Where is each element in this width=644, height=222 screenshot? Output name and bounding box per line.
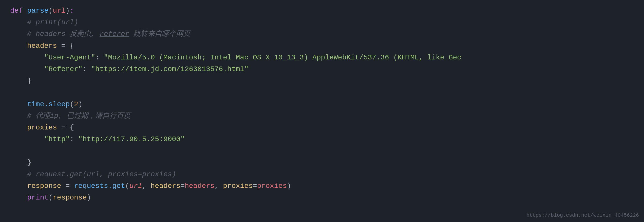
comment-rest: 跳转来自哪个网页: [129, 30, 190, 38]
code-line-15: # request.get(url, proxies=proxies): [10, 169, 634, 180]
val-http: "http://117.90.5.25:9000": [78, 135, 185, 143]
code-block: def parse(url): # print(url) # headers 反…: [0, 0, 644, 222]
kwarg-headers-key: headers: [151, 182, 181, 190]
kwarg-proxies-key: proxies: [223, 182, 253, 190]
code-line-9: time.sleep(2): [10, 99, 634, 110]
code-line-7: }: [10, 75, 634, 87]
code-line-11: proxies = {: [10, 122, 634, 134]
code-line-13: [10, 145, 634, 157]
param-url: url: [53, 7, 65, 15]
comment-proxy: # 代理ip, 已过期，请自行百度: [10, 112, 131, 120]
fn-requests-get: requests.get: [74, 182, 125, 190]
code-line-12: "http": "http://117.90.5.25:9000": [10, 134, 634, 145]
key-referer: "Referer": [44, 65, 82, 73]
val-referer: "https://item.jd.com/1263013576.html": [91, 65, 249, 73]
arg-response: response: [53, 194, 87, 202]
comment-headers: # headers 反爬虫,: [10, 30, 100, 38]
code-line-14: }: [10, 157, 634, 168]
comment-print: # print(url): [10, 18, 78, 26]
key-http: "http": [44, 135, 70, 143]
val-user-agent: "Mozilla/5.0 (Macintosh; Intel Mac OS X …: [104, 54, 461, 61]
code-line-10: # 代理ip, 已过期，请自行百度: [10, 110, 634, 122]
code-line-17: print(response): [10, 192, 634, 204]
arg-url: url: [129, 182, 142, 190]
var-proxies: proxies: [27, 124, 57, 131]
keyword-def: def: [10, 7, 23, 15]
code-line-2: # print(url): [10, 17, 634, 28]
comment-request-get: # request.get(url, proxies=proxies): [10, 170, 176, 178]
comment-referer-link: referer: [100, 30, 129, 38]
code-line-8: [10, 87, 634, 98]
var-response: response: [27, 182, 61, 190]
fn-print: print: [27, 194, 48, 202]
num-2: 2: [74, 100, 78, 108]
code-line-6: "Referer": "https://item.jd.com/12630135…: [10, 63, 634, 75]
kwarg-proxies-val: proxies: [257, 182, 287, 190]
function-name: parse: [27, 7, 48, 15]
var-headers: headers: [27, 42, 57, 50]
code-line-16: response = requests.get(url, headers=hea…: [10, 180, 634, 192]
kwarg-headers-val: headers: [185, 182, 215, 190]
code-line-3: # headers 反爬虫, referer 跳转来自哪个网页: [10, 28, 634, 40]
code-line-4: headers = {: [10, 40, 634, 52]
code-line-5: "User-Agent": "Mozilla/5.0 (Macintosh; I…: [10, 52, 634, 63]
fn-time-sleep: time.sleep: [27, 100, 70, 108]
key-user-agent: "User-Agent": [44, 54, 95, 61]
code-line-1: def parse(url):: [10, 5, 634, 17]
source-link: https://blog.csdn.net/weixin_40456226: [526, 211, 639, 219]
